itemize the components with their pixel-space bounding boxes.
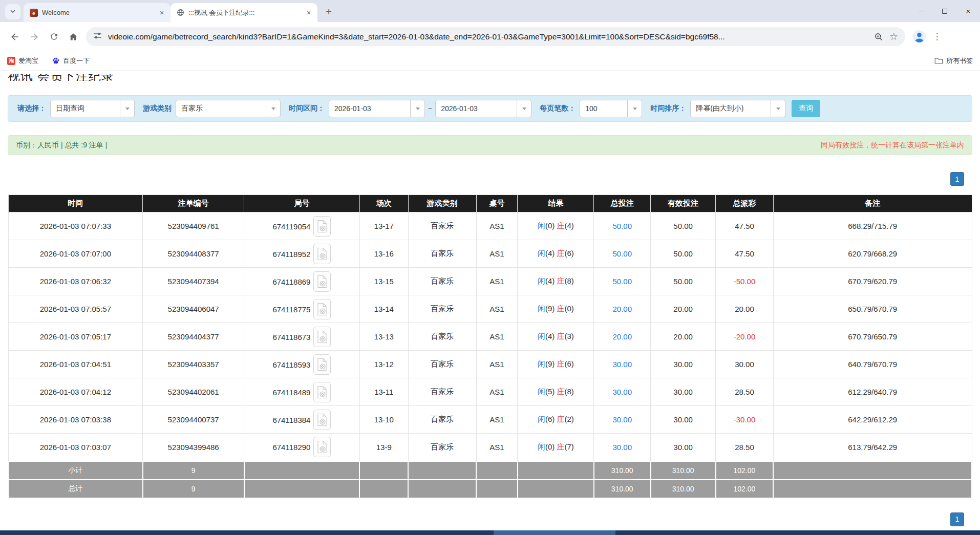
cell-total-bet[interactable]: 20.00 [594, 323, 651, 351]
date-end-select[interactable]: 2026-01-03 [435, 100, 531, 117]
home-button[interactable] [63, 27, 83, 47]
bookmark-baidu[interactable]: 百度一下 [52, 56, 90, 66]
page-1-button[interactable]: 1 [950, 172, 964, 186]
cell-total-bet[interactable]: 20.00 [594, 295, 651, 323]
cell-table-number: AS1 [476, 434, 518, 461]
video-icon[interactable] [313, 354, 331, 375]
cell-game-type: 百家乐 [408, 212, 476, 240]
forward-button[interactable] [25, 27, 44, 47]
cell-valid-bet: 50.00 [651, 212, 716, 240]
cell-result: 闲(4) 庄(6) [518, 240, 594, 268]
cell-total-bet[interactable]: 30.00 [594, 351, 651, 378]
zoom-icon[interactable] [874, 32, 883, 41]
video-icon[interactable] [313, 244, 331, 264]
column-header-0: 时间 [8, 195, 143, 212]
cell-total-bet[interactable]: 30.00 [594, 406, 651, 434]
url-bar[interactable]: videoie.com/game/betrecord_search/kind3?… [86, 27, 905, 46]
player-result: 闲 [538, 304, 545, 313]
table-header-row: 时间注单编号局号场次游戏类别桌号结果总投注有效投注总派彩备注 [8, 195, 972, 212]
cell-game-type: 百家乐 [408, 378, 476, 406]
tab-welcome[interactable]: ♠ Welcome × [24, 3, 171, 22]
cell-round-number: 674119054 [244, 212, 360, 240]
cell-result: 闲(9) 庄(0) [518, 295, 594, 323]
back-button[interactable] [5, 27, 25, 47]
summary-count: 9 [143, 461, 244, 480]
cell-total-bet[interactable]: 30.00 [594, 378, 651, 406]
video-icon[interactable] [313, 410, 331, 430]
cell-result: 闲(9) 庄(6) [518, 351, 594, 378]
query-type-select[interactable]: 日期查询 [50, 100, 135, 117]
refresh-button[interactable] [44, 27, 63, 47]
minimize-button[interactable] [909, 0, 933, 22]
all-bookmarks-label: 所有书签 [946, 56, 973, 66]
site-settings-icon[interactable] [93, 31, 102, 42]
cell-bet-number: 523094404377 [143, 323, 244, 351]
chevron-down-icon[interactable] [266, 100, 280, 117]
column-header-10: 备注 [773, 195, 972, 212]
browser-menu-icon[interactable]: ⋮ [929, 31, 945, 42]
close-icon[interactable]: × [304, 8, 313, 17]
cell-total-bet[interactable]: 50.00 [594, 268, 651, 295]
maximize-button[interactable] [933, 0, 956, 22]
table-row: 2026-01-03 07:06:32523094407394674118869… [8, 268, 972, 295]
folder-icon [934, 57, 943, 65]
video-icon[interactable] [313, 437, 331, 457]
pagination-bottom: 1 [8, 512, 972, 526]
chevron-down-icon[interactable] [410, 100, 424, 117]
bookmark-taobao[interactable]: 淘 爱淘宝 [7, 56, 38, 66]
tab-search-button[interactable] [5, 4, 20, 19]
game-type-select[interactable]: 百家乐 [176, 100, 281, 117]
cell-table-number: AS1 [476, 406, 518, 434]
video-icon[interactable] [313, 327, 331, 347]
cell-payout: 28.50 [716, 434, 774, 461]
video-icon[interactable] [313, 382, 331, 402]
banker-result: 庄 [557, 359, 564, 368]
column-header-7: 总投注 [594, 195, 651, 212]
cell-round-number: 674118384 [244, 406, 360, 434]
all-bookmarks-button[interactable]: 所有书签 [934, 56, 973, 66]
new-tab-button[interactable]: + [322, 5, 336, 19]
search-button[interactable]: 查询 [792, 100, 820, 117]
chevron-down-icon[interactable] [627, 100, 642, 117]
table-row: 2026-01-03 07:05:57523094406047674118775… [8, 295, 972, 323]
cell-note: 613.79/642.29 [773, 434, 972, 461]
cell-total-bet[interactable]: 50.00 [594, 212, 651, 240]
cell-valid-bet: 30.00 [651, 406, 716, 434]
tab-betrecord[interactable]: :::视讯 会员下注纪录::: × [171, 3, 317, 22]
round-number: 674118869 [272, 277, 310, 286]
cell-session: 13-16 [359, 240, 408, 268]
round-number: 674118593 [272, 360, 310, 369]
cell-game-type: 百家乐 [408, 240, 476, 268]
video-icon[interactable] [313, 299, 331, 319]
video-icon[interactable] [313, 271, 331, 292]
cell-total-bet[interactable]: 30.00 [594, 434, 651, 461]
bookmark-star-icon[interactable]: ☆ [889, 31, 898, 42]
table-row: 2026-01-03 07:04:12523094402061674118489… [8, 378, 972, 406]
cell-total-bet[interactable]: 50.00 [594, 240, 651, 268]
cell-note: 670.79/650.79 [773, 323, 972, 351]
close-icon[interactable]: × [157, 8, 166, 17]
player-result: 闲 [538, 442, 545, 451]
cell-round-number: 674118869 [244, 268, 360, 295]
sort-order-select[interactable]: 降幂(由大到小) [690, 100, 785, 117]
chevron-down-icon[interactable] [771, 100, 785, 117]
date-start-select[interactable]: 2026-01-03 [329, 100, 425, 117]
video-icon[interactable] [313, 216, 331, 237]
column-header-5: 桌号 [476, 195, 518, 212]
cell-time: 2026-01-03 07:07:00 [8, 240, 143, 268]
page-size-select[interactable]: 100 [580, 100, 642, 117]
page-1-button[interactable]: 1 [950, 512, 964, 526]
url-text[interactable]: videoie.com/game/betrecord_search/kind3?… [108, 32, 868, 41]
cell-note: 620.79/668.29 [773, 240, 972, 268]
chevron-down-icon[interactable] [120, 100, 134, 117]
window-close-button[interactable]: × [956, 0, 980, 22]
cell-time: 2026-01-03 07:05:57 [8, 295, 143, 323]
table-row: 2026-01-03 07:03:38523094400737674118384… [8, 406, 972, 434]
date-separator: ~ [428, 104, 432, 113]
cell-note: 640.79/670.79 [773, 351, 972, 378]
chevron-down-icon[interactable] [517, 100, 531, 117]
summary-empty-cell [773, 480, 972, 498]
banker-result: 庄 [557, 332, 564, 340]
profile-avatar[interactable] [912, 30, 926, 44]
round-number: 674118384 [272, 415, 310, 424]
